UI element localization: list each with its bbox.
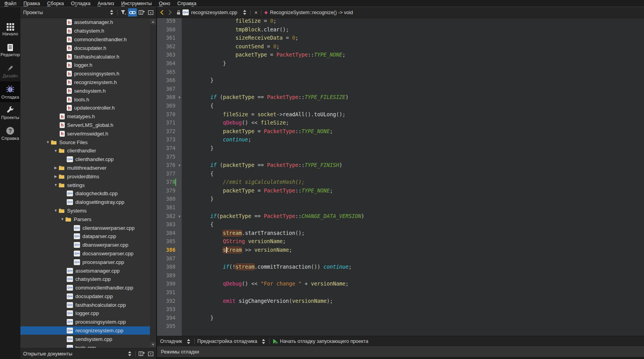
tree-item-metatypes.h[interactable]: hmetatypes.h — [20, 112, 156, 121]
chevron-down-icon[interactable]: ▼ — [60, 217, 65, 221]
code-line-382[interactable]: if(packetType == PacketType::CHANGE_DATA… — [185, 212, 644, 221]
debugger-preset-label[interactable]: Преднастройка отладчика — [197, 339, 257, 344]
close-document-icon[interactable]: × — [252, 9, 260, 16]
line-number-389[interactable]: 389 — [157, 271, 182, 280]
mode-начало[interactable]: Начало — [0, 19, 20, 40]
line-number-360[interactable]: 360 — [157, 26, 182, 34]
code-line-387[interactable] — [185, 255, 644, 263]
tree-item-chatsystem.cpp[interactable]: C++chatsystem.cpp — [20, 275, 156, 284]
filter-icon[interactable] — [119, 8, 128, 16]
mode-проекты[interactable]: Проекты — [0, 102, 20, 123]
tree-item-docsupdater.cpp[interactable]: C++docsupdater.cpp — [20, 292, 156, 301]
menu-правка[interactable]: Правка — [20, 0, 44, 7]
code-line-367[interactable] — [185, 85, 644, 93]
line-number-391[interactable]: 391 — [157, 288, 182, 297]
line-number-381[interactable]: 381 — [157, 203, 182, 212]
tree-item-multithreadserver[interactable]: ▶multithreadserver — [20, 164, 156, 172]
code-line-383[interactable]: { — [185, 220, 644, 229]
line-number-367[interactable]: 367 — [157, 85, 182, 93]
line-number-393[interactable]: 393 — [157, 305, 182, 314]
open-file-name[interactable]: recognizesystem.cpp — [191, 10, 237, 15]
fold-marker-icon[interactable]: ▼ — [179, 212, 181, 221]
line-number-369[interactable]: 369 — [157, 102, 182, 110]
tree-item-settings[interactable]: ▼settings — [20, 181, 156, 189]
line-number-378[interactable]: 378 — [157, 178, 182, 187]
panel-selector-combo[interactable] — [125, 350, 134, 358]
tree-item-logger.cpp[interactable]: C++logger.cpp — [20, 309, 156, 318]
start-debug-label[interactable]: Начать отладку запускающего проекта — [280, 339, 368, 344]
line-number-383[interactable]: 383 — [157, 220, 182, 229]
menu-инструменты[interactable]: Инструменты — [118, 0, 155, 7]
line-number-372[interactable]: 372 — [157, 127, 182, 136]
line-number-375[interactable]: 375 — [157, 153, 182, 161]
code-line-392[interactable]: emit sigChangeVersion(versionName); — [185, 297, 644, 306]
line-number-361[interactable]: 361 — [157, 34, 182, 42]
line-number-392[interactable]: 392 — [157, 297, 182, 306]
line-number-374[interactable]: 374 — [157, 144, 182, 153]
tree-item-commonclienthandler.h[interactable]: hcommonclienthandler.h — [20, 35, 156, 44]
tree-item-chatsystem.h[interactable]: hchatsystem.h — [20, 27, 156, 35]
tree-item-clienthandler[interactable]: ▼clienthandler — [20, 147, 156, 155]
close-panel-icon[interactable] — [146, 350, 155, 358]
tree-item-providerdblms[interactable]: ▶providerdblms — [20, 172, 156, 181]
menu-сборка[interactable]: Сборка — [44, 0, 68, 7]
code-line-375[interactable] — [185, 153, 644, 161]
line-number-390[interactable]: 390 — [157, 280, 182, 288]
tree-scrollbar[interactable]: ▲ ▼ — [150, 18, 156, 348]
line-number-373[interactable]: 373 — [157, 136, 182, 144]
tree-item-fasthashcalculator.cpp[interactable]: C++fasthashcalculator.cpp — [20, 300, 156, 309]
tree-item-ServerLMS_global.h[interactable]: hServerLMS_global.h — [20, 121, 156, 130]
tree-item-sendsystem.h[interactable]: hsendsystem.h — [20, 86, 156, 95]
code-line-384[interactable]: stream.startTransaction(); — [185, 229, 644, 238]
code-line-369[interactable]: { — [185, 102, 644, 110]
code-line-363[interactable]: packetType = PacketType::TYPE_NONE; — [185, 51, 644, 59]
fold-marker-icon[interactable]: ▼ — [179, 161, 181, 170]
menu-отладка[interactable]: Отладка — [68, 0, 94, 7]
line-number-363[interactable]: 363 — [157, 51, 182, 59]
code-line-391[interactable] — [185, 288, 644, 297]
line-number-370[interactable]: 370 — [157, 110, 182, 119]
code-line-380[interactable]: } — [185, 195, 644, 203]
tree-item-clienthandler.cpp[interactable]: C++clienthandler.cpp — [20, 155, 156, 164]
code-line-361[interactable]: sizeReceiveData = 0; — [185, 34, 644, 42]
code-line-376[interactable]: if (packetType == PacketType::TYPE_FINIS… — [185, 161, 644, 170]
line-number-376[interactable]: 376▼ — [157, 161, 182, 170]
chevron-down-icon[interactable]: ▼ — [53, 209, 58, 212]
line-number-377[interactable]: 377 — [157, 170, 182, 178]
line-number-362[interactable]: 362 — [157, 42, 182, 51]
debugger-combo[interactable] — [184, 337, 193, 346]
tree-item-fasthashcalculator.h[interactable]: hfasthashcalculator.h — [20, 52, 156, 61]
line-number-366[interactable]: 366 — [157, 76, 182, 85]
tree-item-commonclienthandler.cpp[interactable]: C++commonclienthandler.cpp — [20, 284, 156, 292]
scroll-up-icon[interactable]: ▲ — [150, 19, 156, 24]
chevron-down-icon[interactable]: ▼ — [53, 149, 58, 153]
tree-item-recognizesystem.h[interactable]: hrecognizesystem.h — [20, 78, 156, 87]
code-line-394[interactable]: } — [185, 314, 644, 322]
menu-файл[interactable]: Файл — [1, 0, 20, 7]
line-number-380[interactable]: 380 — [157, 195, 182, 203]
code-line-389[interactable] — [185, 271, 644, 280]
line-number-394[interactable]: 394 — [157, 314, 182, 322]
tree-item-tools.cpp[interactable]: C++tools.cpp — [20, 343, 156, 348]
tree-item-processparser.cpp[interactable]: C++processparser.cpp — [20, 258, 156, 266]
document-selector-combo[interactable] — [240, 8, 249, 16]
menu-справка[interactable]: Справка — [174, 0, 200, 7]
sync-with-editor-link-icon[interactable] — [128, 8, 137, 16]
tree-item-dialogcheckdb.cpp[interactable]: C++dialogcheckdb.cpp — [20, 189, 156, 198]
chevron-down-icon[interactable]: ▼ — [45, 140, 51, 144]
line-number-388[interactable]: 388 — [157, 263, 182, 271]
tree-item-docsupdater.h[interactable]: hdocsupdater.h — [20, 44, 156, 52]
unlocked-icon[interactable] — [174, 8, 182, 17]
split-panel-icon[interactable] — [137, 350, 146, 358]
code-line-366[interactable]: } — [185, 76, 644, 85]
forward-icon[interactable] — [166, 8, 174, 17]
fold-marker-icon[interactable]: ▼ — [179, 93, 181, 102]
code-line-371[interactable]: qDebug() << fileSize; — [185, 119, 644, 127]
code-line-362[interactable]: countSend = 0; — [185, 42, 644, 51]
tree-item-assetsmanager.cpp[interactable]: C++assetsmanager.cpp — [20, 266, 156, 275]
tree-item-clientanswerparser.cpp[interactable]: C++clientanswerparser.cpp — [20, 223, 156, 232]
line-number-379[interactable]: 379 — [157, 187, 182, 195]
code-line-393[interactable] — [185, 305, 644, 314]
back-icon[interactable] — [158, 8, 166, 17]
chevron-right-icon[interactable]: ▶ — [53, 174, 58, 178]
